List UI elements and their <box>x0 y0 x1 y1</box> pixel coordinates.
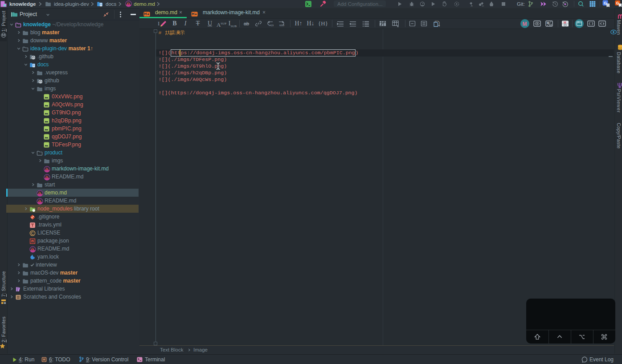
svg-text:I: I <box>158 20 160 27</box>
svg-text:6699: 6699 <box>279 24 284 27</box>
svg-text:M: M <box>564 21 566 24</box>
svg-text:M: M <box>523 21 527 27</box>
svg-text:JR: JR <box>482 5 484 7</box>
svg-text:4419: 4419 <box>269 24 274 27</box>
svg-text:G: G <box>604 1 607 5</box>
svg-text:JR: JR <box>471 5 473 7</box>
